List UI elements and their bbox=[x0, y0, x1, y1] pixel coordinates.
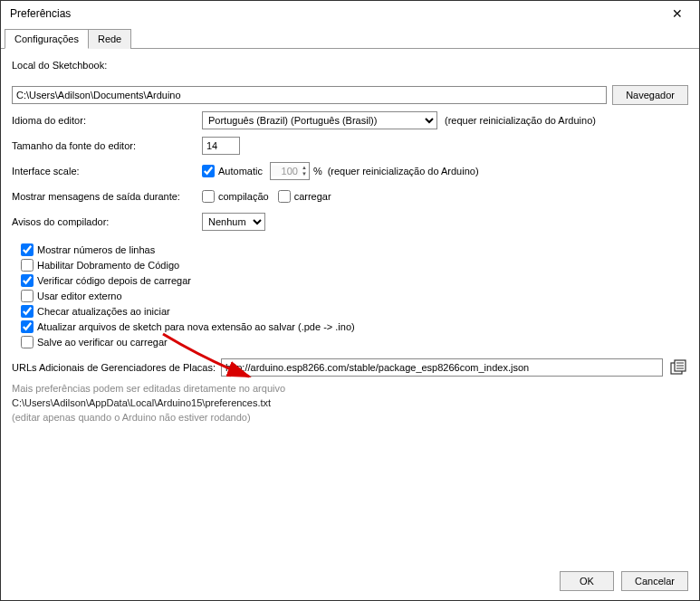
cancel-button[interactable]: Cancelar bbox=[621, 571, 688, 591]
code-folding-label[interactable]: Habilitar Dobramento de Código bbox=[37, 260, 179, 271]
verify-upload-label[interactable]: Verificar código depois de carregar bbox=[37, 275, 191, 286]
check-updates-label[interactable]: Checar atualizações ao iniciar bbox=[37, 306, 170, 317]
verify-upload-checkbox[interactable] bbox=[21, 274, 34, 287]
code-folding-checkbox[interactable] bbox=[21, 259, 34, 272]
outputmsgs-label: Mostrar mensagens de saída durante: bbox=[12, 191, 202, 202]
external-editor-checkbox[interactable] bbox=[21, 290, 34, 302]
language-label: Idioma do editor: bbox=[12, 115, 202, 126]
tab-network[interactable]: Rede bbox=[88, 29, 131, 49]
check-updates-checkbox[interactable] bbox=[21, 305, 34, 318]
prefs-file-path: C:\Users\Adilson\AppData\Local\Arduino15… bbox=[12, 397, 688, 408]
upload-checkbox[interactable] bbox=[278, 190, 291, 203]
upload-label[interactable]: carregar bbox=[294, 191, 331, 202]
tab-settings[interactable]: Configurações bbox=[5, 29, 89, 49]
update-ext-label[interactable]: Atualizar arquivos de sketch para nova e… bbox=[37, 321, 355, 332]
urls-input[interactable] bbox=[221, 358, 663, 377]
compile-checkbox[interactable] bbox=[202, 190, 215, 203]
save-on-verify-label[interactable]: Salve ao verificar ou carregar bbox=[37, 337, 168, 348]
language-hint: (requer reinicialização do Arduino) bbox=[445, 115, 596, 126]
ok-button[interactable]: OK bbox=[560, 571, 614, 591]
scale-spinner[interactable]: ▲▼ bbox=[270, 162, 310, 180]
scale-pct: % bbox=[313, 166, 322, 176]
external-editor-label[interactable]: Usar editor externo bbox=[37, 291, 122, 301]
scale-label: Interface scale: bbox=[12, 166, 202, 176]
language-select[interactable]: Português (Brazil) (Português (Brasil)) bbox=[202, 111, 437, 129]
spinner-arrows-icon[interactable]: ▲▼ bbox=[300, 165, 309, 177]
update-ext-checkbox[interactable] bbox=[21, 320, 34, 333]
close-button[interactable]: ✕ bbox=[665, 4, 690, 24]
edit-hint-text: (editar apenas quando o Arduino não esti… bbox=[12, 412, 688, 423]
scale-value-input bbox=[271, 166, 300, 176]
sketchbook-label: Local do Sketchbook: bbox=[12, 60, 107, 71]
preferences-window: Preferências ✕ Configurações Rede Local … bbox=[0, 0, 700, 601]
warnings-select[interactable]: Nenhum bbox=[202, 213, 265, 231]
line-numbers-label[interactable]: Mostrar números de linhas bbox=[37, 244, 155, 255]
save-on-verify-checkbox[interactable] bbox=[21, 336, 34, 348]
warnings-label: Avisos do compilador: bbox=[12, 216, 202, 227]
tab-bar: Configurações Rede bbox=[1, 28, 699, 49]
fontsize-input[interactable] bbox=[202, 137, 240, 155]
close-icon: ✕ bbox=[672, 6, 683, 21]
dialog-footer: OK Cancelar bbox=[1, 566, 699, 600]
scale-auto-label[interactable]: Automatic bbox=[218, 166, 263, 176]
more-prefs-text: Mais preferências podem ser editadas dir… bbox=[12, 383, 688, 394]
urls-edit-button[interactable] bbox=[668, 358, 688, 377]
scale-hint: (requer reinicialização do Arduino) bbox=[328, 166, 479, 176]
scale-auto-checkbox[interactable] bbox=[202, 165, 215, 177]
urls-label: URLs Adicionais de Gerenciadores de Plac… bbox=[12, 362, 216, 373]
browse-button[interactable]: Navegador bbox=[612, 85, 688, 105]
fontsize-label: Tamanho da fonte do editor: bbox=[12, 140, 202, 151]
line-numbers-checkbox[interactable] bbox=[21, 243, 34, 256]
edit-list-icon bbox=[670, 359, 686, 376]
compile-label[interactable]: compilação bbox=[218, 191, 269, 202]
window-title: Preferências bbox=[10, 7, 71, 20]
titlebar: Preferências ✕ bbox=[1, 1, 699, 26]
content-pane: Local do Sketchbook: Navegador Idioma do… bbox=[1, 49, 699, 566]
sketchbook-path-input[interactable] bbox=[12, 86, 607, 104]
